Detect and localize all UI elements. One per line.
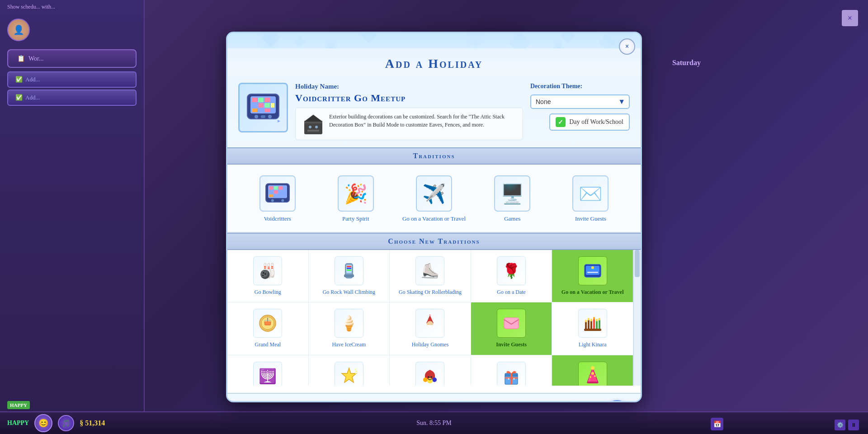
modal-close-button[interactable]: × (619, 38, 635, 55)
tradition-voidcritters[interactable]: Voidcritters (238, 172, 316, 226)
deco-diamond-2 (293, 36, 306, 48)
new-tradition-menorah[interactable]: 🕎 Light Menorah (227, 355, 309, 386)
traditions-section-header: Traditions (227, 147, 641, 165)
svg-point-66 (423, 377, 428, 382)
new-tradition-rock-wall[interactable]: Go Rock Wall Climbing (309, 250, 390, 303)
modal-header: Holiday Name: Voidcritter Go Meetup (238, 83, 630, 140)
svg-point-76 (513, 378, 515, 380)
svg-rect-36 (347, 269, 351, 271)
rock-wall-icon-svg (340, 262, 358, 280)
svg-point-20 (315, 126, 318, 128)
decoration-dropdown[interactable]: None (530, 94, 630, 109)
menorah-icon: 🕎 (253, 362, 282, 386)
modal-title: Add a Holiday (227, 48, 641, 71)
light-kinara-icon (578, 309, 607, 338)
svg-rect-27 (269, 190, 273, 194)
tradition-vacation[interactable]: ✈️ Go on a Vacation or Travel (395, 172, 473, 226)
party-spirit-new-icon (578, 362, 607, 386)
new-tradition-grand-meal[interactable]: Grand Meal (227, 302, 309, 355)
new-tradition-trick-or-treat[interactable]: Trick Or Treat (390, 355, 471, 386)
ice-cream-icon-glyph: 🍦 (340, 315, 358, 332)
svg-point-14 (268, 115, 272, 118)
ice-cream-icon: 🍦 (335, 309, 363, 338)
invite-guests-tradition-label: Invite Guests (575, 215, 606, 223)
svg-point-69 (428, 376, 429, 378)
tradition-party-spirit[interactable]: 🎉 Party Spirit (316, 172, 395, 226)
holiday-icon-wrapper[interactable] (238, 83, 288, 132)
svg-rect-21 (307, 130, 319, 132)
traditions-grid: Voidcritters 🎉 Party Spirit ✈️ Go on a V… (227, 165, 641, 233)
deco-diamond-1 (261, 33, 280, 47)
day-off-label: Day off Work/School (569, 118, 623, 126)
new-tradition-party-spirit-selected[interactable]: Party Spirit (552, 355, 633, 386)
voidcritter-game-icon (245, 92, 281, 123)
svg-rect-9 (271, 103, 274, 108)
svg-point-77 (591, 372, 594, 375)
svg-point-57 (590, 319, 592, 321)
holiday-name-section: Holiday Name: Voidcritter Go Meetup (295, 83, 523, 140)
svg-rect-49 (585, 321, 587, 329)
svg-rect-17 (304, 122, 322, 134)
bowling-icon: 🎳 (253, 256, 282, 285)
svg-point-40 (591, 266, 594, 269)
new-tradition-date[interactable]: 🌹 Go on a Date (471, 250, 552, 303)
svg-rect-35 (347, 268, 351, 269)
svg-point-19 (309, 126, 311, 128)
vacation-card-icon (583, 261, 603, 281)
new-tradition-skating[interactable]: ⛸️ Go Skating Or Rollerblading (390, 250, 471, 303)
svg-point-79 (594, 375, 596, 377)
svg-point-67 (432, 377, 437, 382)
tradition-games[interactable]: 🖥️ Games (473, 172, 552, 226)
invite-guests-icon-glyph: ✉️ (579, 183, 602, 205)
svg-rect-28 (274, 190, 278, 194)
new-tradition-give-gifts[interactable]: Give Gifts (471, 355, 552, 386)
vacation-tradition-label: Go on a Vacation or Travel (402, 215, 466, 223)
svg-rect-54 (599, 320, 600, 329)
confirm-button[interactable]: ✓ (604, 400, 630, 402)
date-icon-glyph: 🌹 (502, 262, 520, 279)
holiday-gnomes-icon (415, 309, 444, 338)
svg-rect-81 (587, 382, 598, 383)
light-kinara-icon-svg (583, 313, 603, 333)
new-tradition-holiday-gnomes[interactable]: Holiday Gnomes (390, 302, 471, 355)
holiday-name-value: Voidcritter Go Meetup (295, 92, 523, 104)
svg-rect-25 (274, 186, 278, 190)
svg-rect-4 (264, 98, 270, 102)
new-traditions-grid-container: 🎳 Go Bowling (227, 250, 641, 386)
voidcritters-tradition-label: Voidcritters (264, 215, 291, 223)
scrollbar-track[interactable] (633, 250, 641, 386)
svg-marker-16 (278, 120, 280, 123)
date-icon: 🌹 (497, 256, 526, 285)
svg-point-58 (593, 317, 595, 320)
grand-meal-icon-svg (258, 313, 278, 333)
attic-box-icon (302, 113, 325, 135)
new-tradition-vacation-selected[interactable]: Go on a Vacation or Travel (552, 250, 633, 303)
date-label: Go on a Date (497, 289, 526, 296)
svg-point-56 (588, 318, 590, 321)
invite-guests-new-label: Invite Guests (496, 341, 527, 349)
svg-rect-53 (596, 321, 598, 329)
svg-rect-44 (267, 318, 268, 321)
svg-rect-6 (252, 103, 257, 108)
light-kinara-label: Light Kinara (579, 341, 607, 349)
new-traditions-section-header: Choose New Traditions (227, 233, 641, 250)
day-off-checkbox[interactable]: ✓ Day off Work/School (549, 113, 630, 131)
new-tradition-invite-guests-selected[interactable]: Invite Guests (471, 302, 552, 355)
decoration-dropdown-wrapper[interactable]: None ▼ (530, 94, 630, 109)
new-tradition-light-kinara[interactable]: Light Kinara (552, 302, 633, 355)
tradition-invite-guests[interactable]: ✉️ Invite Guests (552, 172, 630, 226)
svg-rect-10 (252, 108, 257, 112)
invite-guests-new-icon-svg (501, 313, 521, 333)
new-tradition-find-gift[interactable]: Find Gift (309, 355, 390, 386)
rock-wall-icon (335, 256, 363, 285)
new-tradition-ice-cream[interactable]: 🍦 Have IceCream (309, 302, 390, 355)
games-icon-glyph: 🖥️ (500, 183, 524, 205)
vacation-icon-glyph: ✈️ (422, 183, 446, 205)
party-spirit-tradition-icon: 🎉 (338, 175, 374, 212)
vacation-tradition-icon: ✈️ (416, 175, 452, 212)
svg-point-13 (255, 115, 258, 118)
svg-point-75 (508, 378, 509, 380)
scrollbar-thumb[interactable] (635, 250, 640, 277)
trick-or-treat-icon (415, 362, 444, 386)
new-tradition-bowling[interactable]: 🎳 Go Bowling (227, 250, 309, 303)
